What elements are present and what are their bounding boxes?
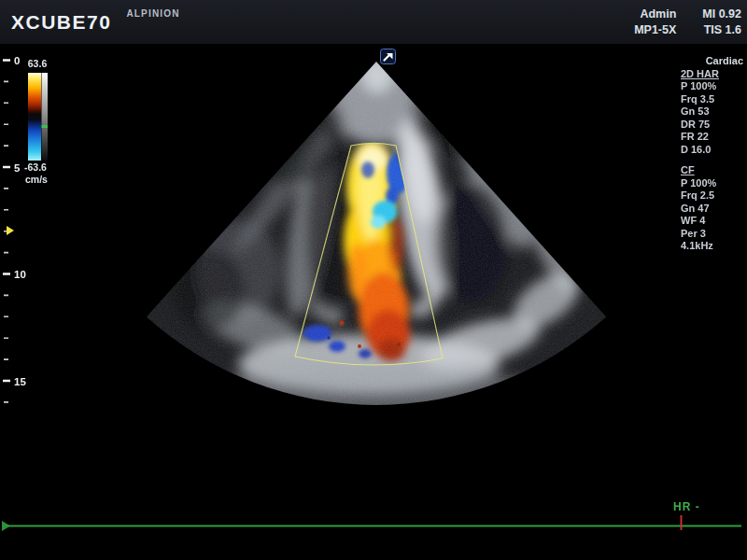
ecg-trace: HR - xyxy=(2,500,741,531)
param-persist-cf: Per 3 xyxy=(681,228,744,241)
mode-section-2d: 2D HAR P 100% Frq 3.5 Gn 53 DR 75 FR 22 … xyxy=(681,68,744,157)
param-power-cf: P 100% xyxy=(681,177,744,190)
gray-map-marker xyxy=(42,125,49,128)
color-map-strip xyxy=(28,73,41,161)
velocity-min-label: -63.6 xyxy=(24,161,47,173)
gray-map-strip xyxy=(42,73,49,161)
param-fr-2d: FR 22 xyxy=(681,131,744,144)
param-freq-2d: Frq 3.5 xyxy=(681,93,744,106)
depth-ruler-major-ticks xyxy=(3,61,10,382)
mode-title-cf: CF xyxy=(681,164,744,177)
depth-ruler: 0 5 10 15 xyxy=(3,55,26,402)
param-gain-2d: Gn 53 xyxy=(681,105,744,119)
mode-title-2d: 2D HAR xyxy=(681,68,744,81)
depth-label-0: 0 xyxy=(14,55,20,66)
param-prf-cf: 4.1kHz xyxy=(681,240,744,253)
param-gain-cf: Gn 47 xyxy=(681,203,744,216)
heart-rate-label: HR - xyxy=(673,500,700,513)
ultrasound-image: 0 5 10 15 63.6 -63.6 cm/s HR - xyxy=(0,0,747,560)
param-power-2d: P 100% xyxy=(681,80,744,93)
velocity-unit-label: cm/s xyxy=(25,174,48,185)
depth-label-15: 15 xyxy=(14,376,26,387)
depth-label-10: 10 xyxy=(14,269,26,280)
parameter-panel: Cardiac 2D HAR P 100% Frq 3.5 Gn 53 DR 7… xyxy=(681,55,744,253)
sector-image xyxy=(131,47,616,420)
param-depth-2d: D 16.0 xyxy=(681,144,744,157)
orientation-marker-icon xyxy=(381,49,396,64)
param-dr-2d: DR 75 xyxy=(681,119,744,132)
param-wf-cf: WF 4 xyxy=(681,215,744,228)
depth-ruler-minor-ticks xyxy=(4,81,8,402)
doppler-color-bar: 63.6 -63.6 cm/s xyxy=(24,58,48,185)
preset-label: Cardiac xyxy=(681,55,744,68)
velocity-max-label: 63.6 xyxy=(28,58,48,69)
focus-marker-icon xyxy=(7,226,14,235)
mode-section-cf: CF P 100% Frq 2.5 Gn 47 WF 4 Per 3 4.1kH… xyxy=(681,164,744,253)
ultrasound-screen: { "header": { "brand": "XCUBE70", "manuf… xyxy=(0,0,747,560)
depth-label-5: 5 xyxy=(14,162,21,174)
param-freq-cf: Frq 2.5 xyxy=(681,189,744,203)
